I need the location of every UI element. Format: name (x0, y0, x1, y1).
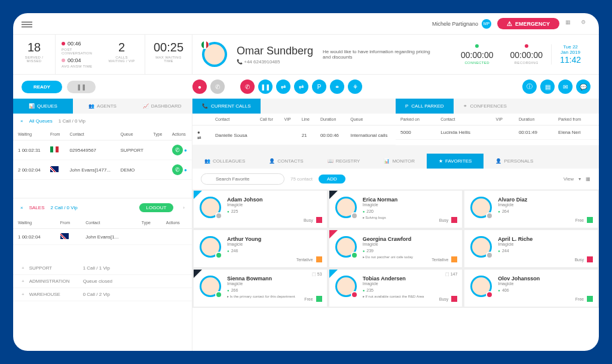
corner-icon (329, 270, 338, 278)
transfer-button[interactable]: ⇄ (276, 79, 290, 94)
presence-dot-icon (486, 212, 493, 219)
pause-button[interactable]: ❚❚ (67, 81, 96, 93)
close-allqueues[interactable]: × (20, 118, 23, 124)
avatar (335, 236, 357, 258)
emergency-button[interactable]: EMERGENCY (497, 18, 559, 29)
tab-current-calls[interactable]: 📞 CURRENT CALLS (192, 99, 261, 114)
transfer2-button[interactable]: ⇄ (294, 79, 308, 94)
fav-ext: 406 (498, 288, 592, 292)
flag-icon (50, 146, 59, 152)
fav-ext: 244 (498, 249, 592, 253)
call-icon[interactable]: ✆ (172, 164, 183, 175)
sales-queue-name: SALES (29, 205, 45, 210)
favorite-card[interactable]: Adam Johson Imagicle 225 Busy (194, 191, 327, 228)
hold-button[interactable]: ❚❚ (258, 79, 273, 94)
favorite-card[interactable]: ⬚ 53 Sienna Bowmann Imagicle 266 ▸ Is th… (194, 270, 327, 307)
logout-button[interactable]: LOGOUT (139, 203, 174, 212)
ready-button[interactable]: READY (22, 81, 62, 93)
user-chip[interactable]: Michele Partignano MP (432, 19, 491, 29)
tab-queues[interactable]: 📊 QUEUES (13, 99, 73, 114)
avg-answ-time: 00:04 (68, 57, 81, 63)
tab-agents[interactable]: 👥 AGENTS (73, 99, 133, 114)
favorite-card[interactable]: Erica Norman Imagicle 220 ▸ Solving bugs… (329, 191, 463, 228)
record-button[interactable]: ● (192, 79, 207, 94)
fav-org: Imagicle (498, 203, 592, 207)
presence-dot-icon (486, 252, 493, 259)
post-conv-time: 00:46 (68, 41, 81, 47)
avatar (200, 276, 221, 297)
avatar (200, 236, 221, 258)
menu-icon[interactable] (22, 20, 32, 27)
fav-name: Alvaro Diaz (498, 197, 592, 203)
calls-waiting: 2 (107, 41, 136, 54)
mail-button[interactable]: ✉ (558, 79, 573, 94)
favorite-card[interactable]: ⬚ 147 Tobias Andersen Imagicle 235 ▸ If … (329, 270, 463, 307)
recording-dot-icon (525, 44, 528, 48)
tab-dashboard[interactable]: 📈 DASHBOARD (132, 99, 192, 114)
queue-row[interactable]: 2 00:02:04John Evans[1477...DEMO✆ ● (13, 160, 192, 180)
grid-view-icon[interactable]: ▦ (586, 176, 590, 182)
search-input[interactable] (201, 173, 284, 185)
expand-row[interactable]: +WAREHOUSE0 Call / 2 Vip (13, 288, 192, 301)
fav-ext: 239 (363, 249, 457, 253)
presence-dot-icon (351, 212, 358, 219)
connected-timer: 00:00:00 (461, 50, 494, 60)
fav-name: Arthur Young (227, 236, 321, 242)
info-button[interactable]: ⓘ (522, 79, 537, 94)
tab-personals[interactable]: 👤 PERSONALS (484, 154, 545, 169)
tab-registry[interactable]: 📖 REGISTRY (316, 154, 372, 169)
parked-row[interactable]: 5000Lucinda Hellis00:01:49Elena Neri (396, 126, 599, 140)
corner-icon (329, 230, 338, 238)
settings-icon[interactable]: ⚙ (581, 19, 590, 29)
tab-colleagues[interactable]: 👥 COLLEAGUES (192, 154, 257, 169)
avatar (335, 197, 357, 218)
presence-dot-icon (486, 291, 493, 298)
close-sales[interactable]: × (20, 205, 23, 210)
favorite-card[interactable]: Arthur Young Imagicle 246 Tentative (194, 230, 327, 267)
tab-parked[interactable]: P CALL PARKED (396, 99, 454, 114)
expand-row[interactable]: +ADMINISTRATIONQueue closed (13, 275, 192, 288)
tab-favorites[interactable]: ★ FAVORITES (427, 154, 484, 169)
note-button[interactable]: ▤ (540, 79, 555, 94)
hangup-button[interactable]: ✆ (240, 79, 255, 94)
fav-status: Free (576, 296, 593, 302)
group-button[interactable]: ⚘ (348, 79, 362, 94)
fav-org: Imagicle (227, 282, 321, 286)
add-button[interactable]: ADD (319, 175, 345, 183)
fav-org: Imagicle (363, 203, 457, 207)
chat-button[interactable]: 💬 (576, 79, 590, 94)
view-label[interactable]: View (564, 176, 574, 182)
clock-widget: Tue 22 Jan 2019 11:42 (551, 44, 589, 65)
user-avatar-icon: MP (482, 19, 491, 29)
chevron-right-icon[interactable]: › (183, 205, 185, 210)
flag-icon (50, 166, 59, 172)
caller-name: Omar Sundberg (237, 45, 313, 57)
queue-stat: 1 Call / 0 Vip (59, 118, 85, 124)
fav-org: Imagicle (363, 282, 457, 286)
fav-org: Imagicle (363, 242, 457, 246)
park-button[interactable]: P (312, 79, 326, 94)
caller-flag-icon (201, 41, 209, 49)
favorite-card[interactable]: Alvaro Diaz Imagicle 264 Free (464, 191, 598, 228)
queue-row[interactable]: 1 00:02:310295449567SUPPORT✆ ● (13, 140, 192, 160)
call-row[interactable]: ● ⇄Danielle Sousa2100:00:46International… (192, 126, 396, 145)
dial-button[interactable]: ✆ (210, 79, 225, 94)
corner-icon (329, 191, 338, 199)
avatar (470, 236, 492, 258)
corner-icon (194, 191, 202, 199)
corner-icon (194, 270, 202, 278)
favorite-card[interactable]: Georgina Crawford Imagicle 239 ▸ Do not … (329, 230, 463, 267)
fav-ext: 266 (227, 288, 321, 292)
tab-monitor[interactable]: 📊 MONITOR (372, 154, 427, 169)
fav-name: Georgina Crawford (363, 236, 457, 242)
tab-contacts[interactable]: 👤 CONTACTS (257, 154, 315, 169)
grid-icon[interactable]: ▦ (565, 19, 575, 29)
call-icon[interactable]: ✆ (172, 145, 183, 155)
queue-row[interactable]: 1 00:02:04John Evans[1... (13, 229, 192, 245)
expand-row[interactable]: +SUPPORT1 Call / 1 Vip (13, 262, 192, 275)
favorite-card[interactable]: Olov Johansson Imagicle 406 Free (464, 270, 598, 307)
favorite-card[interactable]: April L. Riche Imagicle 244 Busy (464, 230, 598, 267)
tab-conferences[interactable]: ⚭ CONFERENCES (454, 99, 516, 114)
conference-button[interactable]: ⚭ (330, 79, 344, 94)
fav-org: Imagicle (498, 282, 592, 286)
